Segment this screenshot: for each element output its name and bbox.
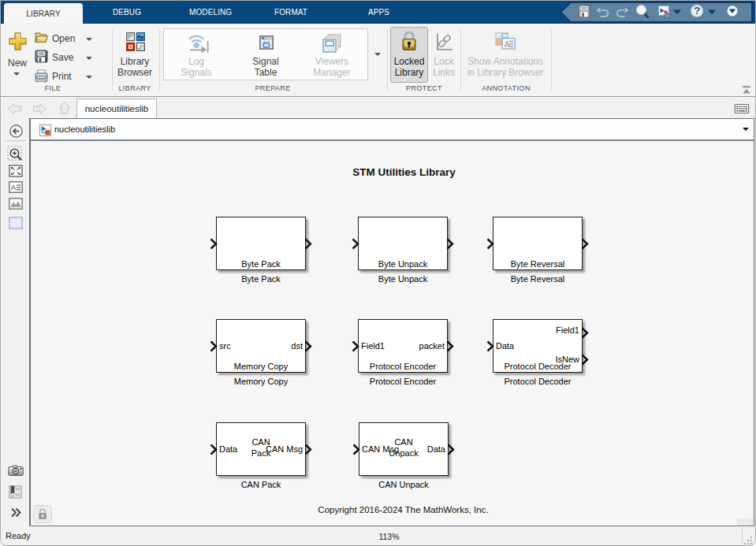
svg-text:?: ?	[694, 5, 700, 17]
svg-text:A: A	[11, 183, 17, 191]
